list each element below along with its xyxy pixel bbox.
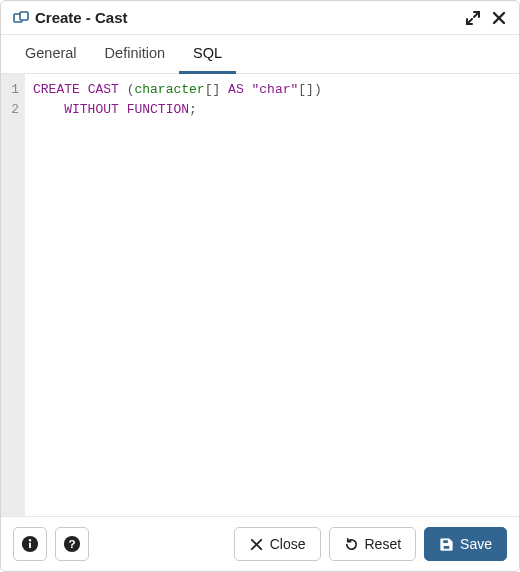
save-button-label: Save [460,536,492,552]
svg-text:?: ? [68,537,75,550]
cast-icon [13,10,29,26]
svg-rect-1 [20,12,28,20]
maximize-icon[interactable] [465,10,481,26]
help-button[interactable]: ? [55,527,89,561]
dialog-title: Create - Cast [35,9,465,26]
info-button[interactable] [13,527,47,561]
save-button[interactable]: Save [424,527,507,561]
tab-bar: General Definition SQL [1,35,519,74]
sql-editor[interactable]: 12 CREATE CAST (character[] AS "char"[])… [1,74,519,517]
reset-button[interactable]: Reset [329,527,417,561]
svg-point-4 [29,539,31,541]
svg-rect-3 [29,543,31,548]
tab-definition[interactable]: Definition [91,35,179,74]
svg-rect-7 [443,539,449,543]
tab-general[interactable]: General [11,35,91,74]
close-icon[interactable] [491,10,507,26]
svg-rect-8 [443,545,450,549]
close-button[interactable]: Close [234,527,321,561]
reset-button-label: Reset [365,536,402,552]
create-cast-dialog: Create - Cast General Definition SQL [0,0,520,572]
title-bar: Create - Cast [1,1,519,35]
close-button-label: Close [270,536,306,552]
dialog-footer: ? Close Reset Save [1,517,519,571]
tab-sql[interactable]: SQL [179,35,236,74]
editor-code[interactable]: CREATE CAST (character[] AS "char"[]) WI… [25,74,519,516]
editor-gutter: 12 [1,74,25,516]
